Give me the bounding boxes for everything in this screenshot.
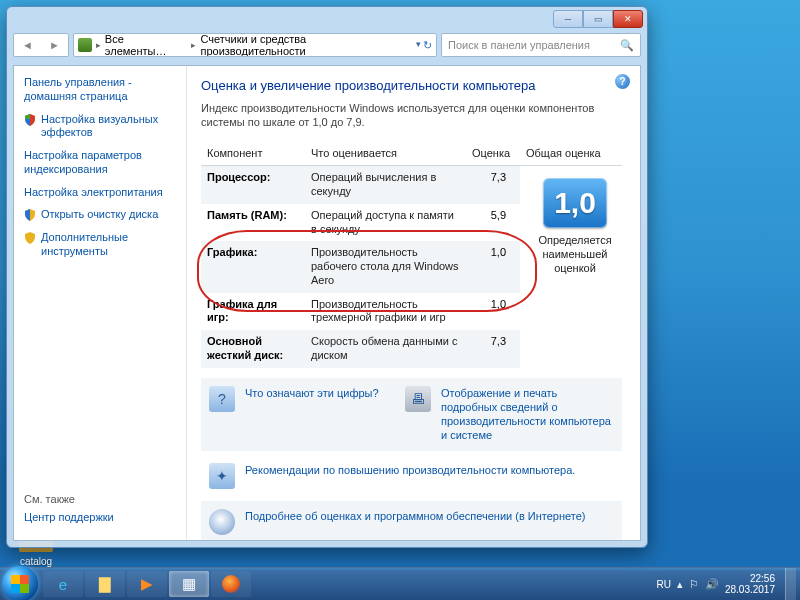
shield-icon <box>24 114 36 126</box>
sidebar-support-link[interactable]: Центр поддержки <box>24 511 176 525</box>
sidebar-item-power[interactable]: Настройка электропитания <box>24 186 176 200</box>
help-icon[interactable]: ? <box>615 74 630 89</box>
taskbar-ie[interactable]: e <box>43 571 83 597</box>
overall-caption: Определяется наименьшей оценкой <box>526 234 624 275</box>
ie-icon: e <box>59 576 67 593</box>
overall-score-box: 1,0 Определяется наименьшей оценкой <box>526 178 624 275</box>
tray-clock[interactable]: 22:56 28.03.2017 <box>725 573 775 595</box>
col-score: Оценка <box>466 142 520 166</box>
row-desc: Скорость обмена данными с диском <box>305 330 466 368</box>
show-desktop-button[interactable] <box>785 568 796 600</box>
intro-text: Индекс производительности Windows исполь… <box>201 101 622 130</box>
search-placeholder: Поиск в панели управления <box>448 39 590 51</box>
taskbar-control-panel[interactable]: ▦ <box>169 571 209 597</box>
folder-icon: ▇ <box>99 575 111 593</box>
page-title: Оценка и увеличение производительности к… <box>201 78 622 93</box>
row-name: Графика для игр: <box>201 293 305 331</box>
row-name: Память (RAM): <box>201 204 305 242</box>
score-table: Компонент Что оценивается Оценка Общая о… <box>201 142 622 368</box>
sidebar-item-advanced-tools[interactable]: Дополнительные инструменты <box>41 231 176 259</box>
link-row: ✦ Рекомендации по повышению производител… <box>201 455 622 497</box>
row-score: 5,9 <box>466 204 520 242</box>
link-print-details[interactable]: Отображение и печать подробных сведений … <box>441 386 614 443</box>
link-learn-more[interactable]: Подробнее об оценках и программном обесп… <box>245 509 585 523</box>
row-name: Графика: <box>201 241 305 292</box>
sidebar: Панель управления - домашняя страница На… <box>14 66 187 540</box>
maximize-button[interactable]: ▭ <box>583 10 613 28</box>
sidebar-home-link[interactable]: Панель управления - домашняя страница <box>24 76 176 104</box>
control-panel-window: ─ ▭ ✕ ◄ ► ▸ Все элементы… ▸ Счетчики и с… <box>6 6 648 548</box>
link-row: ? Что означают эти цифры? 🖶 Отображение … <box>201 378 622 451</box>
back-icon: ◄ <box>22 39 33 51</box>
nav-back-forward[interactable]: ◄ ► <box>13 33 69 57</box>
chevron-down-icon[interactable]: ▾ <box>416 39 421 52</box>
row-score: 1,0 <box>466 293 520 331</box>
system-tray: RU ▴ ⚐ 🔊 22:56 28.03.2017 <box>656 568 800 600</box>
disc-icon <box>209 509 235 535</box>
clock-time: 22:56 <box>725 573 775 584</box>
printer-icon: 🖶 <box>405 386 431 412</box>
see-also-heading: См. также <box>24 493 176 505</box>
main-pane: ? Оценка и увеличение производительности… <box>187 66 640 540</box>
row-score: 7,3 <box>466 330 520 368</box>
tray-chevron-icon[interactable]: ▴ <box>677 578 683 591</box>
volume-icon[interactable]: 🔊 <box>705 578 719 591</box>
tips-icon: ✦ <box>209 463 235 489</box>
taskbar: e ▇ ▶ ▦ RU ▴ ⚐ 🔊 22:56 28.03.2017 <box>0 567 800 600</box>
control-panel-icon <box>78 38 92 52</box>
col-component: Компонент <box>201 142 305 166</box>
help-badge-icon: ? <box>209 386 235 412</box>
sidebar-item-indexing[interactable]: Настройка параметров индексирования <box>24 149 176 177</box>
sidebar-item-disk-cleanup[interactable]: Открыть очистку диска <box>41 208 158 222</box>
chevron-right-icon: ▸ <box>96 40 101 50</box>
taskbar-firefox[interactable] <box>211 571 251 597</box>
link-row: Подробнее об оценках и программном обесп… <box>201 501 622 540</box>
clock-date: 28.03.2017 <box>725 584 775 595</box>
search-icon: 🔍 <box>620 39 634 52</box>
row-desc: Операций доступа к памяти в секунду <box>305 204 466 242</box>
sidebar-item-visual-effects[interactable]: Настройка визуальных эффектов <box>41 113 176 141</box>
breadcrumb[interactable]: ▸ Все элементы… ▸ Счетчики и средства пр… <box>73 33 437 57</box>
chevron-right-icon: ▸ <box>191 40 196 50</box>
taskbar-explorer[interactable]: ▇ <box>85 571 125 597</box>
refresh-icon[interactable]: ↻ <box>423 39 432 52</box>
table-row: Процессор: Операций вычисления в секунду… <box>201 166 622 204</box>
breadcrumb-current: Счетчики и средства производительности <box>200 33 412 57</box>
row-score: 1,0 <box>466 241 520 292</box>
flag-icon[interactable]: ⚐ <box>689 578 699 591</box>
row-desc: Производительность рабочего стола для Wi… <box>305 241 466 292</box>
close-button[interactable]: ✕ <box>613 10 643 28</box>
search-input[interactable]: Поиск в панели управления 🔍 <box>441 33 641 57</box>
row-desc: Операций вычисления в секунду <box>305 166 466 204</box>
window-icon: ▦ <box>182 575 196 593</box>
row-name: Основной жесткий диск: <box>201 330 305 368</box>
taskbar-media[interactable]: ▶ <box>127 571 167 597</box>
overall-score-value: 1,0 <box>543 178 607 228</box>
shield-icon <box>24 209 36 221</box>
tray-lang[interactable]: RU <box>656 579 670 590</box>
forward-icon: ► <box>49 39 60 51</box>
minimize-button[interactable]: ─ <box>553 10 583 28</box>
row-desc: Производительность трехмерной графики и … <box>305 293 466 331</box>
start-button[interactable] <box>2 566 38 600</box>
row-name: Процессор: <box>201 166 305 204</box>
row-score: 7,3 <box>466 166 520 204</box>
firefox-icon <box>222 575 240 593</box>
shield-icon <box>24 232 36 244</box>
col-overall: Общая оценка <box>520 142 622 166</box>
breadcrumb-root: Все элементы… <box>105 33 188 57</box>
wmp-icon: ▶ <box>141 575 153 593</box>
window-titlebar[interactable]: ─ ▭ ✕ <box>7 7 647 31</box>
col-what: Что оценивается <box>305 142 466 166</box>
desktop-icon-label: catalog <box>6 556 66 567</box>
link-what-numbers[interactable]: Что означают эти цифры? <box>245 386 395 400</box>
link-recommendations[interactable]: Рекомендации по повышению производительн… <box>245 463 575 477</box>
